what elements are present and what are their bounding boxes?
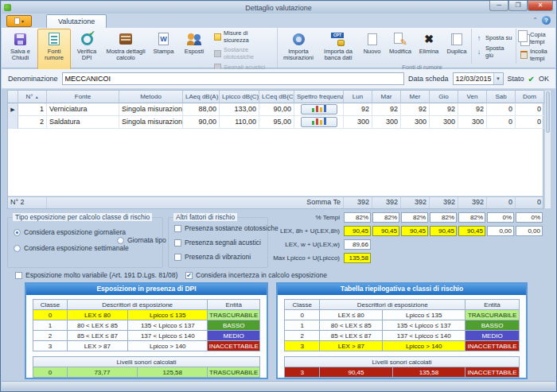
status-badge: BASSO xyxy=(465,320,520,331)
application-menu-icon xyxy=(14,17,20,25)
somma-te-value: 0 xyxy=(487,197,516,208)
col-classe: Classe xyxy=(33,300,68,310)
table-row[interactable]: ▶ 1 Verniciatura Singola misurazione 88,… xyxy=(8,103,543,116)
table-row: 3 LEX > 87 Lpicco > 140 INACCETTABILE xyxy=(285,341,520,351)
col-header-lun[interactable]: Lun xyxy=(344,91,372,103)
move-up-button[interactable]: ↑ Sposta su xyxy=(473,33,514,43)
col-header-lceq[interactable]: LCeq dB(C) xyxy=(259,91,294,103)
status-badge: TRASCURABILE xyxy=(208,367,260,378)
move-down-button[interactable]: ↓ Sposta giù xyxy=(473,44,514,60)
denominazione-label: Denominazione xyxy=(8,75,58,83)
col-header-gio[interactable]: Gio xyxy=(430,91,458,103)
maximize-button[interactable]: ❐ xyxy=(508,1,528,11)
col-header-metodo[interactable]: Metodo xyxy=(119,91,183,103)
new-button[interactable]: Nuovo xyxy=(359,29,385,64)
col-header-dom[interactable]: Dom xyxy=(516,91,544,103)
radio-giornata-tipo[interactable]: Giornata tipo xyxy=(117,236,166,244)
percent-value: 0% xyxy=(516,212,543,223)
col-header-spettro[interactable]: Spettro frequenza xyxy=(294,91,344,103)
chevron-down-icon[interactable]: ▼ xyxy=(493,73,503,84)
denominazione-input[interactable] xyxy=(62,72,404,85)
panel-title: Esposizione in presenza di DPI xyxy=(26,284,267,295)
radio-esposizione-giornaliera[interactable]: Considera esposizione giornaliera xyxy=(14,228,126,236)
current-row-indicator-icon: ▶ xyxy=(8,103,18,116)
paste-times-button[interactable]: Incolla tempi xyxy=(518,47,557,63)
table-row: 3 LEX > 87 Lpicco > 140 INACCETTABILE xyxy=(33,341,260,351)
cell-laeq: 88,00 xyxy=(183,103,220,116)
noise-sources-button[interactable]: Fonti rumore xyxy=(37,29,71,72)
import-measurements-button[interactable]: Importa misurazioni xyxy=(279,29,317,64)
col-header-mer[interactable]: Mer xyxy=(401,91,430,103)
col-header-n[interactable]: N° ▲ xyxy=(18,91,47,103)
table-row: 0 LEX ≤ 80 Lpicco ≤ 135 TRASCURABILE xyxy=(33,310,260,320)
somma-te-value: 392 xyxy=(458,197,487,208)
cell-day: 0 xyxy=(487,103,516,116)
checkbox-vibrazioni[interactable]: Presenza di vibrazioni xyxy=(174,253,251,261)
delete-button[interactable]: ✖ Elimina xyxy=(415,29,442,64)
bar-chart-icon xyxy=(312,121,314,125)
frequency-spectrum-button[interactable] xyxy=(301,104,337,114)
cell-day: 0 xyxy=(487,116,516,129)
window-bottom-frame xyxy=(2,381,555,390)
scrollbar-thumb[interactable] xyxy=(546,91,550,133)
frequency-spectrum-button[interactable] xyxy=(301,117,337,127)
people-icon xyxy=(187,33,201,45)
risk-summary-panel: Tabella riepilogativa e classi di rischi… xyxy=(276,282,528,379)
dpi-exposure-panel: Esposizione in presenza di DPI Classe De… xyxy=(25,282,268,379)
result-row: 0 73,77 125,58 TRASCURABILE xyxy=(33,367,260,378)
save-close-button[interactable]: Salva e Chiudi xyxy=(3,29,37,72)
verify-dpi-button[interactable]: ✔ Verifica DPI xyxy=(71,29,103,72)
checkbox-checked-icon: ✔ xyxy=(185,272,193,279)
cell-n: 1 xyxy=(18,103,47,116)
checkbox-esposizione-variabile[interactable]: Esposizione molto variabile (Art. 191 D.… xyxy=(15,271,177,279)
cell-day: 300 xyxy=(344,116,372,129)
col-header-mar[interactable]: Mar xyxy=(372,91,401,103)
result-row: 3 90,45 135,58 INACCETTABILE xyxy=(285,367,520,378)
panel-title: Tabella riepilogativa e classi di rischi… xyxy=(278,284,526,295)
col-header-fonte[interactable]: Fonte xyxy=(47,91,119,103)
checkbox-segnali-acustici[interactable]: Presenza segnali acustici xyxy=(174,239,261,246)
col-header-laeq[interactable]: LAeq dB(A) xyxy=(183,91,220,103)
cell-day: 92 xyxy=(372,103,401,116)
grid-footer-row: N° 2 Somma Te 392 392 392 392 392 0 0 xyxy=(8,196,543,208)
cell-spettro xyxy=(294,116,344,129)
data-scheda-dropdown[interactable]: 12/03/2015 ▼ xyxy=(453,72,504,85)
cell-day: 92 xyxy=(344,103,372,116)
col-header-lpicco[interactable]: Lpicco dB(C) xyxy=(220,91,259,103)
table-row: 2 85 < LEX ≤ 87 137 < Lpicco ≤ 140 MEDIO xyxy=(33,331,260,341)
percent-value: 82% xyxy=(344,212,371,223)
import-from-database-button[interactable]: CPT Importa da banca dati xyxy=(317,29,359,64)
radio-esposizione-settimanale[interactable]: Considera esposizione settimanale xyxy=(14,244,129,252)
help-button[interactable]: ? xyxy=(542,16,551,25)
col-header-sab[interactable]: Sab xyxy=(487,91,516,103)
collapse-ribbon-icon[interactable]: ⌃ xyxy=(532,17,538,24)
exposed-workers-button[interactable]: Esposti xyxy=(178,29,210,72)
ototoxic-substances-button[interactable]: Sostanze ototossiche xyxy=(212,45,274,61)
app-icon xyxy=(4,4,11,11)
lex8h-value: 90,45 xyxy=(401,226,428,236)
copy-times-button[interactable]: Copia tempi xyxy=(518,30,557,46)
cell-day: 92 xyxy=(458,103,487,116)
vertical-scrollbar[interactable] xyxy=(544,90,551,209)
col-descrittori: Descrittori di esposizione xyxy=(320,300,465,310)
cell-spettro xyxy=(294,103,344,116)
somma-te-value: 392 xyxy=(344,197,372,208)
cell-day: 300 xyxy=(458,116,487,129)
checkbox-sostanze-ototossiche[interactable]: Presenza sostanze ototossiche xyxy=(174,224,278,232)
duplicate-button[interactable]: Duplica xyxy=(442,29,471,64)
show-calc-details-button[interactable]: Mostra dettagli calcolo xyxy=(103,29,149,72)
print-button[interactable]: W Stampa xyxy=(149,29,178,72)
col-header-ven[interactable]: Ven xyxy=(458,91,487,103)
application-menu-button[interactable]: ▾ xyxy=(6,15,32,27)
dpi-class-table: Classe Descrittori di esposizione Entità… xyxy=(33,299,260,351)
security-measures-button[interactable]: Misure di sicurezza xyxy=(212,29,274,45)
minimize-button[interactable]: ─ xyxy=(489,1,508,11)
somma-te-value: 392 xyxy=(372,197,401,208)
tab-valutazione[interactable]: Valutazione xyxy=(46,14,107,28)
delete-icon: ✖ xyxy=(424,36,434,42)
checkbox-considera-incertezza[interactable]: ✔ Considera incertezza in calcolo esposi… xyxy=(185,271,327,279)
close-button[interactable]: ✕ xyxy=(528,1,553,11)
table-row[interactable]: 2 Saldatura Singola misurazione 90,00 11… xyxy=(8,116,543,129)
edit-button[interactable]: ✎ Modifica xyxy=(385,29,415,64)
lexw-value: 89,66 xyxy=(344,239,371,250)
